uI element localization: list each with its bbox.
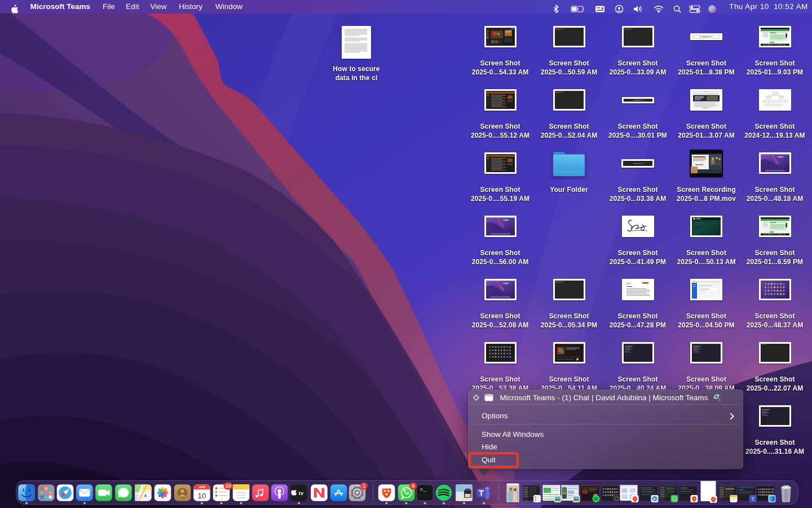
svg-text:10: 10 (198, 492, 206, 500)
svg-text:tv: tv (299, 490, 304, 496)
svg-text:>_: >_ (420, 487, 426, 493)
svg-text:10: 10 (225, 483, 231, 489)
svg-text:APR: APR (198, 485, 205, 489)
svg-text:1: 1 (363, 483, 365, 489)
svg-text:3: 3 (412, 483, 414, 489)
svg-text:T: T (751, 496, 754, 502)
